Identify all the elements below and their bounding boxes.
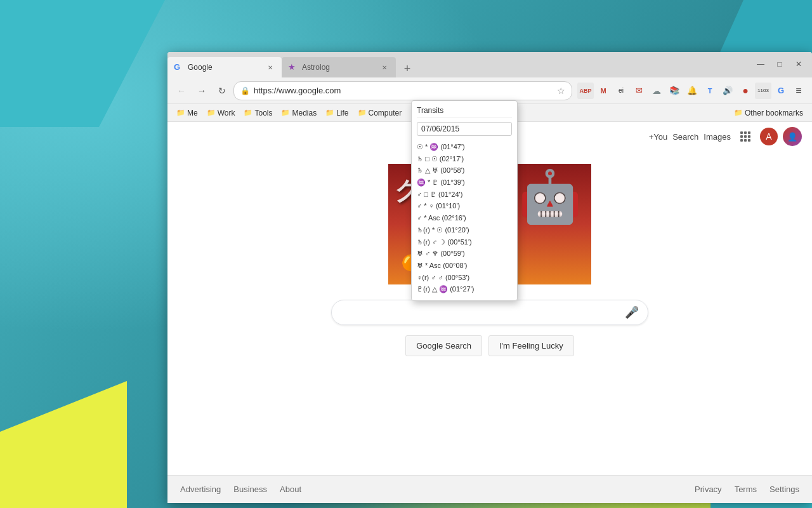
transit-row-7: ♄(r) * ☉ (01°20') bbox=[417, 224, 512, 236]
toolbar-icons: ABP M ei ✉ ☁ 📚 🔔 T 🔊 ● 1103 G ≡ bbox=[577, 83, 807, 99]
tab-favicon-google: G bbox=[174, 62, 184, 72]
folder-icon-me: 📁 bbox=[176, 109, 185, 117]
transit-row-5: ♂ * ♀ (01°10') bbox=[417, 200, 512, 212]
transit-row-9: ♅ ♂ ♆ (00°59') bbox=[417, 248, 512, 260]
red-circle-icon[interactable]: ● bbox=[737, 83, 754, 99]
address-bar[interactable]: 🔒 https://www.google.com ☆ bbox=[233, 81, 572, 100]
bookmark-me[interactable]: 📁 Me bbox=[173, 107, 202, 119]
tab-label-astrolog: Astrolog bbox=[302, 63, 376, 72]
cloud-icon[interactable]: ☁ bbox=[648, 83, 665, 99]
window-controls: — □ ✕ bbox=[752, 56, 807, 72]
footer-privacy[interactable]: Privacy bbox=[695, 485, 722, 494]
tab-close-google[interactable]: ✕ bbox=[265, 62, 275, 72]
books-icon[interactable]: 📚 bbox=[666, 83, 683, 99]
reload-button[interactable]: ↻ bbox=[213, 82, 231, 100]
folder-icon-other: 📁 bbox=[734, 109, 743, 117]
bookmark-star-icon[interactable]: ☆ bbox=[557, 86, 565, 96]
transits-rows: ☉ * ♒ (01°47') ♄ □ ☉ (02°17') ♄ △ ♅ (00°… bbox=[417, 141, 512, 295]
bookmark-life[interactable]: 📁 Life bbox=[322, 107, 352, 119]
search-container: 🎤 Google Search I'm Feeling Lucky bbox=[331, 300, 648, 356]
tab-favicon-astrolog: ★ bbox=[288, 62, 298, 72]
transit-row-1: ♄ □ ☉ (02°17') bbox=[417, 153, 512, 165]
badge-icon[interactable]: 1103 bbox=[755, 83, 771, 99]
other-bookmarks-label: Other bookmarks bbox=[745, 109, 803, 117]
google-apps-button[interactable] bbox=[736, 127, 755, 146]
transit-row-6: ♂ * Asc (02°16') bbox=[417, 212, 512, 224]
bookmark-label-tools: Tools bbox=[254, 109, 272, 117]
search-buttons: Google Search I'm Feeling Lucky bbox=[405, 335, 573, 356]
top-link-images[interactable]: Images bbox=[704, 132, 731, 142]
transit-row-3: ♒ * ♇ (01°39') bbox=[417, 177, 512, 189]
microphone-icon[interactable]: 🎤 bbox=[625, 305, 639, 319]
folder-icon-computer: 📁 bbox=[358, 109, 367, 117]
bookmark-label-work: Work bbox=[218, 109, 235, 117]
back-button[interactable]: ← bbox=[173, 82, 190, 100]
transit-row-12: ♇(r) △ ♒ (01°27') bbox=[417, 283, 512, 295]
footer-about[interactable]: About bbox=[280, 485, 301, 494]
folder-icon-medias: 📁 bbox=[281, 109, 290, 117]
maximize-button[interactable]: □ bbox=[771, 56, 788, 72]
transit-row-2: ♄ △ ♅ (00°58') bbox=[417, 164, 512, 177]
search-input[interactable] bbox=[341, 307, 619, 318]
folder-icon-work: 📁 bbox=[207, 109, 216, 117]
footer-right: Privacy Terms Settings bbox=[695, 485, 799, 494]
chrome-menu-button[interactable]: ≡ bbox=[790, 83, 807, 99]
minimize-button[interactable]: — bbox=[752, 56, 769, 72]
folder-icon-tools: 📁 bbox=[244, 109, 252, 117]
ssl-lock-icon: 🔒 bbox=[240, 86, 250, 95]
bookmark-work[interactable]: 📁 Work bbox=[203, 107, 239, 119]
grid-icon bbox=[740, 131, 750, 142]
forward-button[interactable]: → bbox=[193, 82, 211, 100]
bookmark-label-me: Me bbox=[187, 109, 198, 117]
page-footer: Advertising Business About Privacy Terms… bbox=[167, 475, 812, 503]
transit-row-10: ♅ * Asc (00°08') bbox=[417, 260, 512, 272]
doodle-robot-figure: 🤖 bbox=[518, 167, 582, 227]
desktop-shape-bl bbox=[0, 381, 127, 508]
footer-advertising[interactable]: Advertising bbox=[180, 485, 221, 494]
bookmark-computer[interactable]: 📁 Computer bbox=[354, 107, 406, 119]
google-search-button[interactable]: Google Search bbox=[405, 335, 482, 356]
user-avatar[interactable]: A bbox=[760, 128, 778, 145]
other-bookmarks[interactable]: 📁 Other bookmarks bbox=[730, 107, 807, 119]
mute-icon[interactable]: 🔔 bbox=[684, 83, 700, 99]
bookmark-label-life: Life bbox=[336, 109, 348, 117]
transits-date-input[interactable] bbox=[417, 122, 512, 136]
search-input-wrapper[interactable]: 🎤 bbox=[331, 300, 648, 325]
bookmark-medias[interactable]: 📁 Medias bbox=[277, 107, 320, 119]
bookmark-label-computer: Computer bbox=[369, 109, 402, 117]
icon-m[interactable]: M bbox=[595, 83, 612, 99]
tab-label-google: Google bbox=[188, 63, 261, 72]
audio-icon[interactable]: 🔊 bbox=[719, 83, 736, 99]
close-button[interactable]: ✕ bbox=[790, 56, 807, 72]
transit-row-8: ♄(r) ♂ ☽ (00°51') bbox=[417, 236, 512, 248]
tab-close-astrolog[interactable]: ✕ bbox=[379, 62, 390, 72]
tab-astrolog[interactable]: ★ Astrolog ✕ bbox=[282, 57, 396, 77]
footer-settings[interactable]: Settings bbox=[769, 485, 799, 494]
transits-title: Transits bbox=[417, 106, 512, 118]
bookmark-label-medias: Medias bbox=[292, 109, 317, 117]
footer-terms[interactable]: Terms bbox=[735, 485, 757, 494]
transit-row-4: ♂ □ ♇ (01°24') bbox=[417, 189, 512, 201]
footer-left: Advertising Business About bbox=[180, 485, 301, 494]
footer-business[interactable]: Business bbox=[233, 485, 267, 494]
top-link-you[interactable]: +You bbox=[649, 132, 668, 142]
adblock-icon[interactable]: ABP bbox=[577, 83, 594, 99]
transit-row-11: ♀(r) ♂ ♂ (00°53') bbox=[417, 272, 512, 284]
transit-row-0: ☉ * ♒ (01°47') bbox=[417, 141, 512, 153]
translate-icon[interactable]: T bbox=[702, 83, 718, 99]
bookmark-tools[interactable]: 📁 Tools bbox=[240, 107, 276, 119]
icon-ei[interactable]: ei bbox=[613, 83, 629, 99]
feeling-lucky-button[interactable]: I'm Feeling Lucky bbox=[488, 335, 574, 356]
transits-panel: Transits ☉ * ♒ (01°47') ♄ □ ☉ (02°17') ♄… bbox=[411, 100, 518, 301]
gmail-icon[interactable]: ✉ bbox=[631, 83, 647, 99]
folder-icon-life: 📁 bbox=[325, 109, 334, 117]
address-text: https://www.google.com bbox=[254, 86, 553, 95]
user-profile-photo[interactable]: 👤 bbox=[783, 127, 802, 146]
tab-google[interactable]: G Google ✕ bbox=[167, 57, 282, 77]
desktop-shape-tl bbox=[0, 0, 165, 127]
tab-bar: G Google ✕ ★ Astrolog ✕ + — □ ✕ bbox=[167, 52, 812, 77]
new-tab-button[interactable]: + bbox=[398, 60, 416, 77]
top-link-search[interactable]: Search bbox=[672, 132, 698, 142]
google-color-icon[interactable]: G bbox=[773, 83, 789, 99]
